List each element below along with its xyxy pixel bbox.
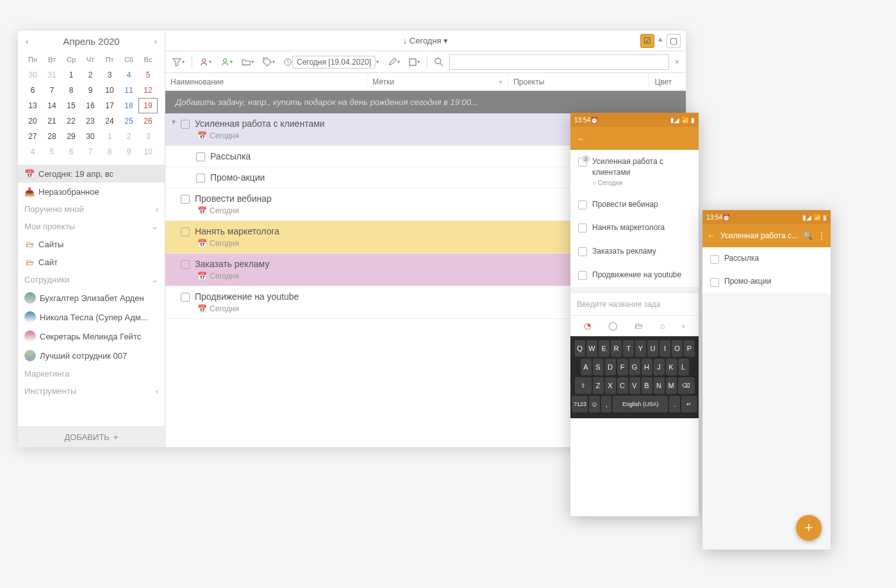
key[interactable]: N xyxy=(654,377,665,394)
user-icon[interactable]: ◯ xyxy=(608,321,618,331)
cal-day[interactable]: 9 xyxy=(81,83,100,98)
cal-day[interactable]: 20 xyxy=(23,113,42,129)
checkbox[interactable] xyxy=(181,293,190,302)
key[interactable]: X xyxy=(605,377,616,394)
key[interactable]: A xyxy=(581,359,592,375)
tag-icon[interactable]: ▾ xyxy=(260,56,278,69)
m-task[interactable]: Заказать рекламу xyxy=(570,240,699,263)
brush-icon[interactable]: ▾ xyxy=(385,56,403,69)
key[interactable]: P xyxy=(684,340,695,357)
cal-day[interactable]: 10 xyxy=(138,144,158,159)
m-task[interactable]: Нанять маркетолога xyxy=(570,216,699,240)
cal-day[interactable]: 12 xyxy=(138,83,158,98)
checkbox[interactable] xyxy=(181,120,190,129)
cal-day[interactable]: 3 xyxy=(100,67,119,83)
user-minus-icon[interactable]: ▾ xyxy=(196,56,215,69)
user-plus-icon[interactable]: ▾ xyxy=(217,56,236,69)
key[interactable]: T xyxy=(623,340,634,357)
cal-day[interactable]: 13 xyxy=(23,98,42,113)
col-color[interactable]: Цвет xyxy=(649,73,686,90)
search-input[interactable] xyxy=(449,54,669,70)
cal-day[interactable]: 5 xyxy=(42,144,62,159)
checkbox[interactable] xyxy=(181,227,190,236)
key[interactable]: Q xyxy=(574,340,585,357)
key[interactable]: W xyxy=(586,340,597,357)
key[interactable]: V xyxy=(629,377,640,394)
cal-day[interactable]: 6 xyxy=(62,144,81,159)
cal-day[interactable]: 5 xyxy=(138,67,158,83)
key[interactable]: L xyxy=(678,359,689,375)
key[interactable]: G xyxy=(629,359,640,375)
tag-icon[interactable]: ⌂ xyxy=(660,321,665,331)
date-filter[interactable]: Сегодня [19.04.2020]▾ xyxy=(281,54,382,70)
side-inbox[interactable]: 📥Неразобранное xyxy=(18,183,165,200)
more-icon[interactable]: ⋮ xyxy=(818,231,825,240)
folder-icon[interactable]: ▾ xyxy=(238,56,257,68)
calendar-view-icon[interactable]: ▢ xyxy=(667,34,681,48)
shift-key[interactable]: ⇧ xyxy=(575,377,592,394)
checkbox[interactable] xyxy=(181,195,190,204)
cal-day[interactable]: 7 xyxy=(81,144,100,159)
sidebar-add-button[interactable]: ДОБАВИТЬ+ xyxy=(18,427,165,447)
cal-day[interactable]: 11 xyxy=(119,83,138,98)
search-icon[interactable] xyxy=(431,56,447,69)
key[interactable]: S xyxy=(593,359,604,375)
key[interactable]: U xyxy=(647,340,658,357)
cal-day[interactable]: 23 xyxy=(81,113,100,129)
side-emp3[interactable]: Секретарь Мелинда Гейтс xyxy=(18,327,165,346)
key[interactable]: K xyxy=(666,359,677,375)
col-projects[interactable]: Проекты xyxy=(508,73,649,90)
checkbox[interactable] xyxy=(710,255,719,264)
cal-day[interactable]: 2 xyxy=(119,129,138,144)
cal-day[interactable]: 2 xyxy=(81,67,100,83)
key[interactable]: O xyxy=(672,340,683,357)
keyboard[interactable]: QWERTYUIOP ASDFGHJKL ⇧ZXCVBNM⌫ ?123☺,Eng… xyxy=(570,336,699,418)
cal-day[interactable]: 9 xyxy=(119,144,138,159)
cal-day[interactable]: 14 xyxy=(42,98,62,113)
cal-day[interactable]: 6 xyxy=(23,83,42,98)
key[interactable]: D xyxy=(605,359,616,375)
col-tags[interactable]: Метки▾ xyxy=(367,73,508,90)
cal-day[interactable]: 15 xyxy=(62,98,81,113)
m-task[interactable]: Рассылка xyxy=(702,247,831,270)
cal-day[interactable]: 3 xyxy=(138,129,158,144)
side-tools[interactable]: Инструменты‹ xyxy=(18,382,165,400)
cal-day[interactable]: 24 xyxy=(100,113,119,129)
side-marketing[interactable]: Маркетинга xyxy=(18,365,165,382)
expand-icon[interactable]: ▴ xyxy=(658,34,663,48)
side-emp4[interactable]: Лучший сотрудник 007 xyxy=(18,346,165,365)
cal-day[interactable]: 25 xyxy=(119,113,138,129)
collapse-icon[interactable]: ▼ xyxy=(170,118,177,126)
checkbox[interactable] xyxy=(181,260,190,269)
cal-day[interactable]: 4 xyxy=(23,144,42,159)
key[interactable]: Z xyxy=(593,377,604,394)
side-today[interactable]: 📅Сегодня: 19 апр, вс xyxy=(18,165,165,183)
cal-day[interactable]: 30 xyxy=(81,129,100,144)
key[interactable]: M xyxy=(666,377,677,394)
clock-icon[interactable]: ◔ xyxy=(584,321,591,331)
cal-day[interactable]: 1 xyxy=(62,67,81,83)
col-name[interactable]: Наименование xyxy=(165,73,367,90)
view-title[interactable]: ↓ Сегодня ▾ xyxy=(403,36,449,45)
cal-day[interactable]: 17 xyxy=(100,98,119,113)
mobile-task-input[interactable]: Введите название зада xyxy=(570,293,699,315)
key[interactable]: Y xyxy=(635,340,646,357)
key[interactable]: I xyxy=(660,340,670,357)
emoji-key[interactable]: ☺ xyxy=(589,396,600,412)
cal-day[interactable]: 8 xyxy=(62,83,81,98)
cal-day[interactable]: 27 xyxy=(23,129,42,144)
back-icon[interactable]: ← xyxy=(708,231,715,240)
cal-day[interactable]: 21 xyxy=(42,113,62,129)
cal-day[interactable]: 18 xyxy=(119,98,138,113)
m-task[interactable]: Провести вебинар xyxy=(570,193,699,216)
cal-day[interactable]: 31 xyxy=(42,67,62,83)
cal-day[interactable]: 26 xyxy=(138,113,158,129)
cal-day[interactable]: 4 xyxy=(119,67,138,83)
cal-day[interactable]: 19 xyxy=(138,98,158,113)
cal-day[interactable]: 29 xyxy=(62,129,81,144)
side-myprojects[interactable]: Мои проекты⌄ xyxy=(18,218,165,235)
cal-day[interactable]: 1 xyxy=(100,129,119,144)
checkbox[interactable] xyxy=(578,247,587,256)
checkbox[interactable] xyxy=(196,174,205,183)
checkbox[interactable] xyxy=(578,224,587,233)
